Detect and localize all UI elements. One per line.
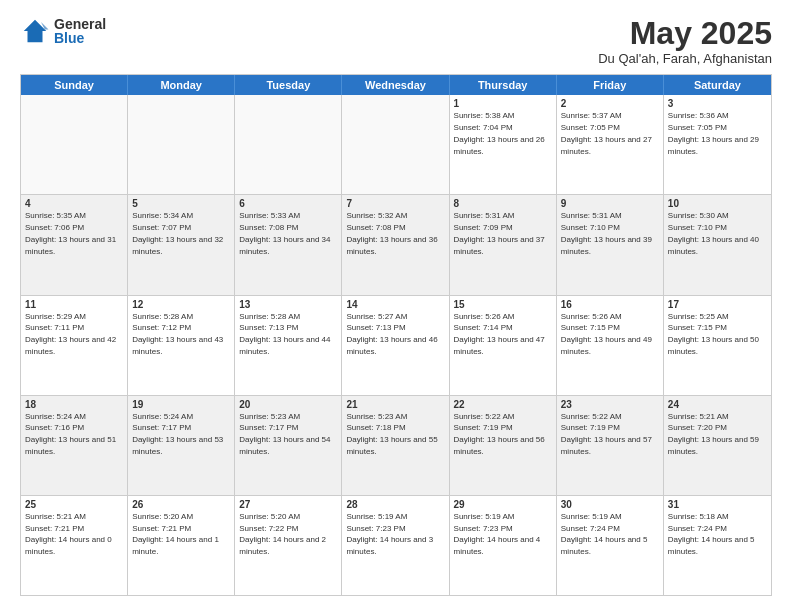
calendar-cell: 14 Sunrise: 5:27 AMSunset: 7:13 PMDaylig… bbox=[342, 296, 449, 395]
day-number: 3 bbox=[668, 98, 767, 109]
cell-info: Sunrise: 5:34 AMSunset: 7:07 PMDaylight:… bbox=[132, 211, 223, 255]
calendar-cell: 29 Sunrise: 5:19 AMSunset: 7:23 PMDaylig… bbox=[450, 496, 557, 595]
cell-info: Sunrise: 5:18 AMSunset: 7:24 PMDaylight:… bbox=[668, 512, 755, 556]
cell-info: Sunrise: 5:21 AMSunset: 7:20 PMDaylight:… bbox=[668, 412, 759, 456]
logo-text: General Blue bbox=[54, 17, 106, 45]
calendar-cell: 11 Sunrise: 5:29 AMSunset: 7:11 PMDaylig… bbox=[21, 296, 128, 395]
logo-general: General bbox=[54, 17, 106, 31]
day-number: 27 bbox=[239, 499, 337, 510]
cell-info: Sunrise: 5:26 AMSunset: 7:14 PMDaylight:… bbox=[454, 312, 545, 356]
calendar-row-4: 18 Sunrise: 5:24 AMSunset: 7:16 PMDaylig… bbox=[21, 395, 771, 495]
cell-info: Sunrise: 5:27 AMSunset: 7:13 PMDaylight:… bbox=[346, 312, 437, 356]
cell-info: Sunrise: 5:29 AMSunset: 7:11 PMDaylight:… bbox=[25, 312, 116, 356]
day-number: 16 bbox=[561, 299, 659, 310]
cell-info: Sunrise: 5:24 AMSunset: 7:17 PMDaylight:… bbox=[132, 412, 223, 456]
cell-info: Sunrise: 5:28 AMSunset: 7:12 PMDaylight:… bbox=[132, 312, 223, 356]
day-number: 20 bbox=[239, 399, 337, 410]
day-number: 10 bbox=[668, 198, 767, 209]
day-number: 6 bbox=[239, 198, 337, 209]
cell-info: Sunrise: 5:37 AMSunset: 7:05 PMDaylight:… bbox=[561, 111, 652, 155]
day-number: 8 bbox=[454, 198, 552, 209]
header-friday: Friday bbox=[557, 75, 664, 95]
calendar-row-3: 11 Sunrise: 5:29 AMSunset: 7:11 PMDaylig… bbox=[21, 295, 771, 395]
day-number: 13 bbox=[239, 299, 337, 310]
calendar-row-5: 25 Sunrise: 5:21 AMSunset: 7:21 PMDaylig… bbox=[21, 495, 771, 595]
calendar-cell: 30 Sunrise: 5:19 AMSunset: 7:24 PMDaylig… bbox=[557, 496, 664, 595]
calendar-cell: 27 Sunrise: 5:20 AMSunset: 7:22 PMDaylig… bbox=[235, 496, 342, 595]
title-block: May 2025 Du Qal'ah, Farah, Afghanistan bbox=[598, 16, 772, 66]
cell-info: Sunrise: 5:31 AMSunset: 7:09 PMDaylight:… bbox=[454, 211, 545, 255]
calendar-body: 1 Sunrise: 5:38 AMSunset: 7:04 PMDayligh… bbox=[21, 95, 771, 595]
cell-info: Sunrise: 5:32 AMSunset: 7:08 PMDaylight:… bbox=[346, 211, 437, 255]
calendar-cell: 9 Sunrise: 5:31 AMSunset: 7:10 PMDayligh… bbox=[557, 195, 664, 294]
day-number: 26 bbox=[132, 499, 230, 510]
day-number: 11 bbox=[25, 299, 123, 310]
day-number: 5 bbox=[132, 198, 230, 209]
calendar-header: Sunday Monday Tuesday Wednesday Thursday… bbox=[21, 75, 771, 95]
calendar-cell: 13 Sunrise: 5:28 AMSunset: 7:13 PMDaylig… bbox=[235, 296, 342, 395]
day-number: 25 bbox=[25, 499, 123, 510]
cell-info: Sunrise: 5:19 AMSunset: 7:24 PMDaylight:… bbox=[561, 512, 648, 556]
calendar-cell bbox=[342, 95, 449, 194]
day-number: 7 bbox=[346, 198, 444, 209]
day-number: 19 bbox=[132, 399, 230, 410]
header-wednesday: Wednesday bbox=[342, 75, 449, 95]
calendar-cell: 28 Sunrise: 5:19 AMSunset: 7:23 PMDaylig… bbox=[342, 496, 449, 595]
calendar-cell: 22 Sunrise: 5:22 AMSunset: 7:19 PMDaylig… bbox=[450, 396, 557, 495]
calendar-cell: 18 Sunrise: 5:24 AMSunset: 7:16 PMDaylig… bbox=[21, 396, 128, 495]
cell-info: Sunrise: 5:19 AMSunset: 7:23 PMDaylight:… bbox=[454, 512, 541, 556]
cell-info: Sunrise: 5:23 AMSunset: 7:18 PMDaylight:… bbox=[346, 412, 437, 456]
cell-info: Sunrise: 5:20 AMSunset: 7:21 PMDaylight:… bbox=[132, 512, 219, 556]
calendar-row-1: 1 Sunrise: 5:38 AMSunset: 7:04 PMDayligh… bbox=[21, 95, 771, 194]
calendar-cell: 6 Sunrise: 5:33 AMSunset: 7:08 PMDayligh… bbox=[235, 195, 342, 294]
cell-info: Sunrise: 5:23 AMSunset: 7:17 PMDaylight:… bbox=[239, 412, 330, 456]
calendar-cell: 26 Sunrise: 5:20 AMSunset: 7:21 PMDaylig… bbox=[128, 496, 235, 595]
header-sunday: Sunday bbox=[21, 75, 128, 95]
calendar-cell: 10 Sunrise: 5:30 AMSunset: 7:10 PMDaylig… bbox=[664, 195, 771, 294]
day-number: 15 bbox=[454, 299, 552, 310]
calendar-cell: 23 Sunrise: 5:22 AMSunset: 7:19 PMDaylig… bbox=[557, 396, 664, 495]
calendar-cell: 20 Sunrise: 5:23 AMSunset: 7:17 PMDaylig… bbox=[235, 396, 342, 495]
cell-info: Sunrise: 5:22 AMSunset: 7:19 PMDaylight:… bbox=[454, 412, 545, 456]
day-number: 14 bbox=[346, 299, 444, 310]
calendar-cell: 4 Sunrise: 5:35 AMSunset: 7:06 PMDayligh… bbox=[21, 195, 128, 294]
cell-info: Sunrise: 5:36 AMSunset: 7:05 PMDaylight:… bbox=[668, 111, 759, 155]
header: General Blue May 2025 Du Qal'ah, Farah, … bbox=[20, 16, 772, 66]
header-tuesday: Tuesday bbox=[235, 75, 342, 95]
calendar-cell: 3 Sunrise: 5:36 AMSunset: 7:05 PMDayligh… bbox=[664, 95, 771, 194]
page: General Blue May 2025 Du Qal'ah, Farah, … bbox=[0, 0, 792, 612]
calendar-cell bbox=[21, 95, 128, 194]
cell-info: Sunrise: 5:21 AMSunset: 7:21 PMDaylight:… bbox=[25, 512, 112, 556]
day-number: 31 bbox=[668, 499, 767, 510]
logo: General Blue bbox=[20, 16, 106, 46]
cell-info: Sunrise: 5:20 AMSunset: 7:22 PMDaylight:… bbox=[239, 512, 326, 556]
day-number: 17 bbox=[668, 299, 767, 310]
calendar-cell: 16 Sunrise: 5:26 AMSunset: 7:15 PMDaylig… bbox=[557, 296, 664, 395]
cell-info: Sunrise: 5:25 AMSunset: 7:15 PMDaylight:… bbox=[668, 312, 759, 356]
calendar-cell: 8 Sunrise: 5:31 AMSunset: 7:09 PMDayligh… bbox=[450, 195, 557, 294]
cell-info: Sunrise: 5:19 AMSunset: 7:23 PMDaylight:… bbox=[346, 512, 433, 556]
cell-info: Sunrise: 5:33 AMSunset: 7:08 PMDaylight:… bbox=[239, 211, 330, 255]
calendar-cell: 21 Sunrise: 5:23 AMSunset: 7:18 PMDaylig… bbox=[342, 396, 449, 495]
calendar-cell: 31 Sunrise: 5:18 AMSunset: 7:24 PMDaylig… bbox=[664, 496, 771, 595]
calendar: Sunday Monday Tuesday Wednesday Thursday… bbox=[20, 74, 772, 596]
calendar-cell: 1 Sunrise: 5:38 AMSunset: 7:04 PMDayligh… bbox=[450, 95, 557, 194]
cell-info: Sunrise: 5:38 AMSunset: 7:04 PMDaylight:… bbox=[454, 111, 545, 155]
day-number: 12 bbox=[132, 299, 230, 310]
calendar-cell: 15 Sunrise: 5:26 AMSunset: 7:14 PMDaylig… bbox=[450, 296, 557, 395]
cell-info: Sunrise: 5:30 AMSunset: 7:10 PMDaylight:… bbox=[668, 211, 759, 255]
month-title: May 2025 bbox=[598, 16, 772, 51]
header-monday: Monday bbox=[128, 75, 235, 95]
logo-icon bbox=[20, 16, 50, 46]
cell-info: Sunrise: 5:24 AMSunset: 7:16 PMDaylight:… bbox=[25, 412, 116, 456]
day-number: 2 bbox=[561, 98, 659, 109]
day-number: 21 bbox=[346, 399, 444, 410]
header-saturday: Saturday bbox=[664, 75, 771, 95]
day-number: 29 bbox=[454, 499, 552, 510]
cell-info: Sunrise: 5:31 AMSunset: 7:10 PMDaylight:… bbox=[561, 211, 652, 255]
location: Du Qal'ah, Farah, Afghanistan bbox=[598, 51, 772, 66]
day-number: 24 bbox=[668, 399, 767, 410]
calendar-cell: 12 Sunrise: 5:28 AMSunset: 7:12 PMDaylig… bbox=[128, 296, 235, 395]
cell-info: Sunrise: 5:28 AMSunset: 7:13 PMDaylight:… bbox=[239, 312, 330, 356]
day-number: 22 bbox=[454, 399, 552, 410]
